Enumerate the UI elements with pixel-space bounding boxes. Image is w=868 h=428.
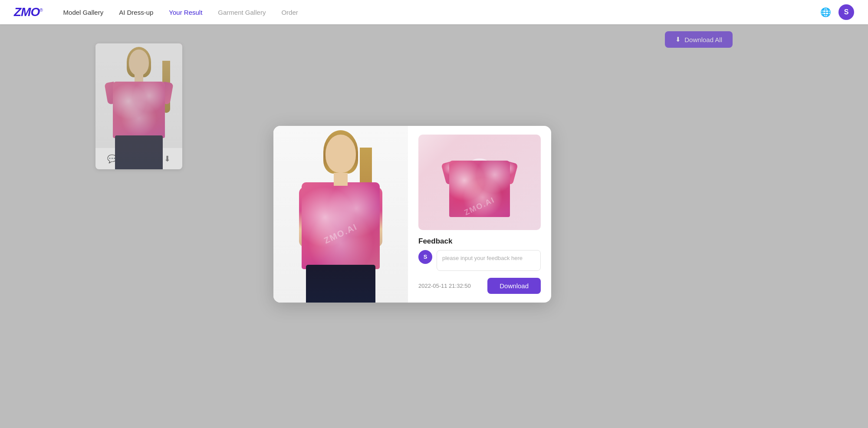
- model-figure: [293, 126, 388, 303]
- feedback-title: Feedback: [418, 237, 541, 246]
- modal-overlay[interactable]: ZMO.AI ZMO.AI: [0, 0, 868, 428]
- modal-right-panel: ZMO.AI Feedback S 2022-05-11 21:32:50 Do…: [408, 126, 551, 303]
- feedback-input[interactable]: [437, 250, 541, 271]
- modal-footer: 2022-05-11 21:32:50 Download: [418, 278, 541, 294]
- avatar[interactable]: S: [838, 4, 854, 20]
- model-pants: [306, 265, 375, 303]
- garment-image: ZMO.AI: [418, 135, 541, 230]
- tshirt-body: [449, 161, 510, 217]
- download-button[interactable]: Download: [487, 278, 541, 294]
- nav-your-result[interactable]: Your Result: [169, 9, 202, 16]
- nav-ai-dress-up[interactable]: AI Dress-up: [119, 9, 153, 16]
- globe-icon[interactable]: 🌐: [819, 6, 832, 18]
- feedback-section: Feedback S: [418, 237, 541, 271]
- main-content: ⬇ Download All: [0, 0, 868, 428]
- logo[interactable]: ZMO®: [14, 5, 43, 19]
- header-right: 🌐 S: [819, 4, 854, 20]
- modal: ZMO.AI ZMO.AI: [273, 126, 551, 303]
- nav-model-gallery[interactable]: Model Gallery: [63, 9, 104, 16]
- feedback-row: S: [418, 250, 541, 271]
- nav-order[interactable]: Order: [281, 9, 298, 16]
- model-head: [326, 135, 356, 173]
- model-shirt: [302, 182, 380, 269]
- logo-text: ZMO: [14, 5, 39, 19]
- feedback-avatar: S: [418, 250, 432, 264]
- model-background: ZMO.AI: [273, 126, 408, 303]
- nav-garment-gallery[interactable]: Garment Gallery: [218, 9, 266, 16]
- modal-model-panel: ZMO.AI: [273, 126, 408, 303]
- main-nav: Model Gallery AI Dress-up Your Result Ga…: [63, 9, 819, 16]
- timestamp: 2022-05-11 21:32:50: [418, 283, 471, 289]
- header: ZMO® Model Gallery AI Dress-up Your Resu…: [0, 0, 868, 24]
- logo-sup: ®: [39, 8, 42, 13]
- model-neck: [334, 173, 348, 186]
- garment-tshirt: [441, 148, 519, 217]
